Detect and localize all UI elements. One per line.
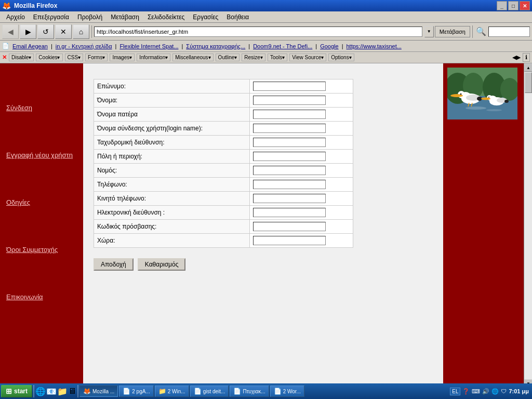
form-row: Κινητό τηλέφωνο: [94,192,353,206]
ext-cookies[interactable]: Cookies▾ [36,54,62,61]
form-input-password[interactable] [253,222,326,231]
taskbar-ptux[interactable]: 📄 Πτυχιακ... [230,385,269,397]
sidebar-item-terms[interactable]: Όροι Συμμετοχής [0,242,83,258]
minimize-button[interactable]: _ [497,1,507,10]
ext-options[interactable]: Options▾ [328,54,354,61]
bookmark-system[interactable]: Σύστημα καταγραφής... [186,43,245,49]
sidebar-item-instructions[interactable]: Οδηγίες [0,194,83,210]
taskbar-2win[interactable]: 📁 2 Win... [155,385,189,397]
forward-button[interactable]: ▶ [20,24,36,39]
menu-bookmarks[interactable]: Σελιδοδείκτες [143,12,189,22]
search-icon: 🔍 [476,26,486,36]
menu-go[interactable]: Μετάβαση [107,12,143,22]
form-input-mobile[interactable] [253,194,326,203]
sidebar-link-register[interactable]: Εγγραφή νέου χρήστη [6,151,73,159]
form-label-surname: Επώνυμο: [94,79,250,94]
ext-images[interactable]: Images▾ [110,54,135,61]
bookmark-flexible[interactable]: Flexible Internet Spat... [119,43,178,49]
scroll-up-button[interactable]: ▲ [524,63,532,72]
form-input-phone[interactable] [253,180,326,189]
menu-tools[interactable]: Εργασίες [189,12,222,22]
bookmark-icon: 📄 [2,43,9,49]
speaker-icon: 🔊 [482,388,489,395]
bookmark-google[interactable]: Google [320,43,338,49]
form-input-country[interactable] [253,236,326,245]
toolbar-separator-2 [472,25,473,38]
home-button[interactable]: ⌂ [73,24,89,39]
ext-tools[interactable]: Tools▾ [268,54,287,61]
pelican-svg [447,68,517,119]
form-input-surname[interactable] [253,82,326,91]
ext-viewsource[interactable]: View Source▾ [289,54,326,61]
submit-button[interactable]: Αποδοχή [94,258,134,271]
folder-icon[interactable]: 📁 [57,387,68,396]
taskbar-2win-label: 2 Win... [168,389,185,394]
scrollbar[interactable]: ▲ ▼ [524,63,532,388]
menu-edit[interactable]: Επεξεργασία [29,12,73,22]
menu-help[interactable]: Βοήθεια [222,12,253,22]
form-input-postal_address[interactable] [253,138,326,147]
ie-icon[interactable]: 🌐 [35,387,46,396]
bookmark-doom9[interactable]: Doom9.net - The Defi... [253,43,312,49]
form-label-country: Χώρα: [94,234,250,248]
taskbar-gist[interactable]: 📄 gist deit... [190,385,229,397]
reload-button[interactable]: ↺ [37,24,54,39]
taskbar-2wor[interactable]: 📄 2 Wor... [270,385,304,397]
form-input-city[interactable] [253,152,326,161]
ext-css[interactable]: CSS▾ [65,54,84,61]
bookmark-ingr[interactable]: in.gr - Κεντρική σελίδα [56,43,112,49]
ext-outline[interactable]: Outline▾ [216,54,240,61]
ext-arrows[interactable]: ◀▶ [512,54,521,61]
taskbar-2pga[interactable]: 📄 2 pgA... [119,385,153,397]
show-desktop-icon[interactable]: 🖥 [68,387,76,396]
address-input[interactable] [94,26,422,37]
form-input-prefecture[interactable] [253,166,326,175]
sidebar-item-contact[interactable]: Επικοινωνία [0,289,83,305]
form-input-login_name[interactable] [253,124,326,133]
form-input-email[interactable] [253,208,326,217]
maximize-button[interactable]: □ [508,1,518,10]
menu-view[interactable]: Προβολή [73,12,107,22]
ext-misc[interactable]: Miscellaneous▾ [172,54,213,61]
form-label-postal_address: Ταχυδρομική διεύθυνση: [94,136,250,150]
scroll-thumb[interactable] [525,72,532,93]
form-cell-mobile [250,192,353,206]
pelican-image [447,68,517,119]
reset-button[interactable]: Καθαρισμός [138,258,186,271]
form-cell-country [250,234,353,248]
ext-resize[interactable]: Resize▾ [242,54,265,61]
search-input[interactable] [488,26,530,37]
bookmark-email[interactable]: Email Aegean [12,43,48,49]
ext-information[interactable]: Information▾ [137,54,170,61]
outlook-icon[interactable]: 📧 [46,387,57,396]
sidebar-link-login[interactable]: Σύνδεση [6,104,32,112]
svg-point-21 [504,100,509,103]
sidebar-item-login[interactable]: Σύνδεση [0,100,83,116]
taskbar: ⊞ start 🌐 📧 📁 🖥 🦊 Mozilla ... 📄 2 pgA...… [0,383,532,399]
disable-icon: ✕ [2,54,7,61]
address-dropdown[interactable]: ▼ [424,26,434,37]
ext-info: ℹ [523,53,530,62]
sidebar-link-terms[interactable]: Όροι Συμμετοχής [6,246,58,254]
svg-point-19 [488,97,489,98]
sidebar-link-contact[interactable]: Επικοινωνία [6,293,43,301]
taskbar-firefox[interactable]: 🦊 Mozilla ... [79,385,118,397]
bookmark-taxis[interactable]: https://www.taxisnet... [346,43,401,49]
form-input-name[interactable] [253,96,326,105]
form-label-email: Ηλεκτρονική διεύθυνση : [94,206,250,220]
taskbar-gist-label: gist deit... [203,389,225,394]
lang-indicator[interactable]: EL [450,388,460,395]
stop-button[interactable]: ✕ [55,24,72,39]
sidebar-item-register[interactable]: Εγγραφή νέου χρήστη [0,147,83,163]
back-button[interactable]: ◀ [2,24,19,39]
ext-disable[interactable]: Disable▾ [9,54,34,61]
form-input-father_name[interactable] [253,110,326,119]
go-button[interactable]: Μετάβαση [435,26,470,37]
menu-file[interactable]: Αρχείο [2,12,29,22]
doc-icon-1: 📄 [123,388,130,395]
ext-forms[interactable]: Forms▾ [85,54,108,61]
close-button[interactable]: ✕ [520,1,530,10]
toolbar: ◀ ▶ ↺ ✕ ⌂ ▼ Μετάβαση 🔍 [0,23,532,41]
start-button[interactable]: ⊞ start [1,385,32,397]
sidebar-link-instructions[interactable]: Οδηγίες [6,198,30,206]
